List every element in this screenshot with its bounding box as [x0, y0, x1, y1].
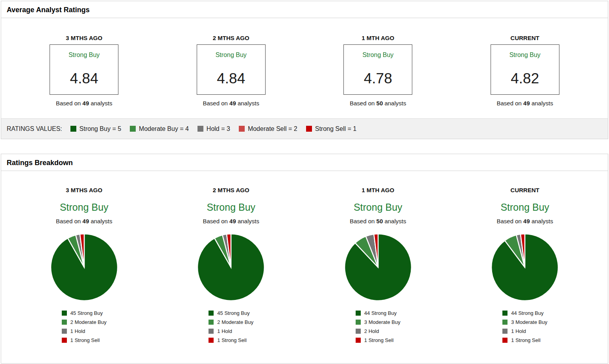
- legend-color-swatch: [356, 329, 361, 334]
- legend-label: Moderate Sell = 2: [248, 125, 297, 133]
- analyst-count: 49: [229, 218, 236, 224]
- pie-legend: 44 Strong Buy 3 Moderate Buy 1 Hold 1 St…: [502, 309, 547, 345]
- analyst-count: 49: [229, 100, 236, 107]
- pie-legend: 45 Strong Buy 2 Moderate Buy 1 Hold 1 St…: [62, 309, 107, 345]
- based-on-prefix: Based on: [56, 218, 83, 224]
- legend-color-swatch: [62, 329, 67, 334]
- based-on-prefix: Based on: [56, 100, 83, 107]
- panel-title: Average Analyst Ratings: [1, 1, 608, 18]
- pie-chart: [197, 233, 265, 301]
- legend-color-swatch: [239, 126, 245, 132]
- legend-label: 1 Strong Sell: [70, 337, 100, 343]
- legend-color-swatch: [209, 311, 214, 316]
- legend-color-swatch: [70, 126, 76, 132]
- ratings-values-legend: Strong Buy = 5 Moderate Buy = 4 Hold = 3…: [70, 125, 356, 133]
- legend-label: 1 Hold: [70, 328, 85, 334]
- based-on-text: Based on 50 analysts: [304, 100, 452, 107]
- based-on-text: Based on 49 analysts: [11, 218, 158, 225]
- pie-chart-container: [11, 233, 158, 301]
- analyst-count: 49: [83, 218, 89, 224]
- breakdown-column: 1 MTH AGO Strong Buy Based on 50 analyst…: [304, 187, 452, 345]
- rating-value: 4.78: [364, 59, 392, 94]
- period-label: 1 MTH AGO: [304, 35, 452, 42]
- panel-title: Ratings Breakdown: [1, 154, 608, 171]
- legend-color-swatch: [130, 126, 136, 132]
- legend-item: 1 Hold: [209, 327, 253, 336]
- ratings-columns: 3 MTHS AGO Strong Buy 4.84 Based on 49 a…: [1, 18, 608, 118]
- based-on-prefix: Based on: [350, 100, 376, 107]
- rating-column: CURRENT Strong Buy 4.82 Based on 49 anal…: [452, 35, 599, 107]
- legend-label: 1 Strong Sell: [217, 337, 246, 343]
- based-on-suffix: analysts: [530, 218, 553, 224]
- legend-color-swatch: [502, 320, 507, 325]
- rating-box: Strong Buy 4.84: [197, 44, 266, 95]
- legend-label: 1 Hold: [511, 328, 526, 334]
- analyst-count: 49: [523, 218, 530, 224]
- pie-legend-wrapper: 44 Strong Buy 3 Moderate Buy 2 Hold 1 St…: [304, 301, 452, 345]
- rating-box: Strong Buy 4.84: [50, 44, 118, 95]
- analyst-count: 50: [376, 100, 383, 107]
- rating-label: Strong Buy: [509, 51, 541, 59]
- based-on-text: Based on 49 analysts: [11, 100, 158, 107]
- rating-label: Strong Buy: [216, 51, 247, 59]
- based-on-suffix: analysts: [89, 218, 112, 224]
- period-label: 3 MTHS AGO: [11, 187, 158, 194]
- legend-color-swatch: [356, 338, 361, 343]
- legend-item: 2 Moderate Buy: [62, 318, 107, 327]
- rating-column: 1 MTH AGO Strong Buy 4.78 Based on 50 an…: [304, 35, 452, 107]
- legend-color-swatch: [356, 311, 361, 316]
- based-on-prefix: Based on: [350, 218, 376, 224]
- legend-color-swatch: [62, 338, 67, 343]
- legend-color-swatch: [62, 311, 67, 316]
- legend-item: 3 Moderate Buy: [502, 318, 547, 327]
- rating-value: 4.82: [511, 59, 539, 94]
- legend-item: Hold = 3: [197, 125, 230, 133]
- legend-label: Strong Sell = 1: [315, 125, 356, 133]
- legend-item: 2 Hold: [356, 327, 400, 336]
- legend-item: 1 Hold: [502, 327, 547, 336]
- rating-label: Strong Buy: [452, 201, 599, 213]
- pie-chart-container: [452, 233, 599, 301]
- pie-legend-wrapper: 45 Strong Buy 2 Moderate Buy 1 Hold 1 St…: [11, 301, 158, 345]
- legend-label: Moderate Buy = 4: [139, 125, 189, 133]
- legend-label: 1 Hold: [217, 328, 232, 334]
- legend-label: 2 Hold: [364, 328, 379, 334]
- based-on-suffix: analysts: [383, 100, 406, 107]
- legend-label: 2 Moderate Buy: [70, 319, 107, 325]
- rating-label: Strong Buy: [158, 201, 305, 213]
- period-label: 3 MTHS AGO: [11, 35, 158, 42]
- legend-color-swatch: [356, 320, 361, 325]
- legend-item: 1 Hold: [62, 327, 107, 336]
- legend-item: Strong Sell = 1: [306, 125, 356, 133]
- analyst-count: 49: [83, 100, 89, 107]
- legend-item: 3 Moderate Buy: [356, 318, 400, 327]
- ratings-values-bar: RATINGS VALUES: Strong Buy = 5 Moderate …: [1, 118, 608, 139]
- pie-legend: 45 Strong Buy 2 Moderate Buy 1 Hold 1 St…: [209, 309, 253, 345]
- legend-item: Strong Buy = 5: [70, 125, 121, 133]
- ratings-breakdown-panel: Ratings Breakdown 3 MTHS AGO Strong Buy …: [1, 154, 608, 364]
- based-on-suffix: analysts: [236, 100, 259, 107]
- rating-label: Strong Buy: [304, 201, 452, 213]
- based-on-prefix: Based on: [203, 100, 230, 107]
- period-label: CURRENT: [452, 187, 599, 194]
- pie-legend-wrapper: 45 Strong Buy 2 Moderate Buy 1 Hold 1 St…: [158, 301, 305, 345]
- legend-label: 2 Moderate Buy: [217, 319, 253, 325]
- rating-value: 4.84: [70, 59, 98, 94]
- based-on-text: Based on 49 analysts: [452, 218, 599, 225]
- legend-item: 44 Strong Buy: [502, 309, 547, 318]
- legend-label: 44 Strong Buy: [511, 310, 543, 316]
- period-label: 2 MTHS AGO: [158, 35, 305, 42]
- breakdown-column: CURRENT Strong Buy Based on 49 analysts …: [452, 187, 599, 345]
- legend-label: Hold = 3: [207, 125, 230, 133]
- pie-chart: [50, 233, 118, 301]
- legend-label: 45 Strong Buy: [70, 310, 103, 316]
- legend-item: 1 Strong Sell: [209, 336, 253, 345]
- period-label: CURRENT: [452, 35, 599, 42]
- period-label: 1 MTH AGO: [304, 187, 452, 194]
- rating-value: 4.84: [217, 59, 245, 94]
- legend-color-swatch: [502, 338, 507, 343]
- based-on-suffix: analysts: [236, 218, 259, 224]
- rating-box: Strong Buy 4.82: [491, 44, 559, 95]
- legend-color-swatch: [502, 329, 507, 334]
- legend-color-swatch: [502, 311, 507, 316]
